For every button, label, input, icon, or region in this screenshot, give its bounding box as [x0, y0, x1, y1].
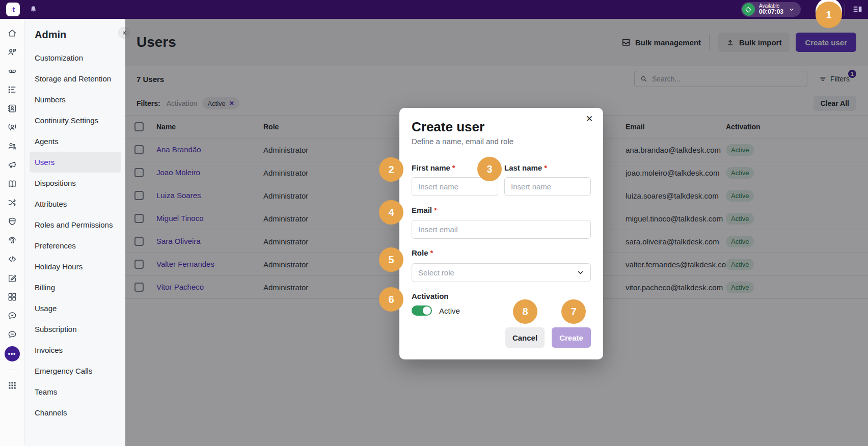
customization-icon[interactable] — [5, 45, 19, 59]
agents-icon[interactable] — [5, 120, 19, 134]
cancel-button[interactable]: Cancel — [505, 327, 545, 348]
required-asterisk: * — [434, 206, 437, 214]
role-select[interactable]: Select role — [412, 263, 591, 282]
status-timer: 00:07:03 — [759, 9, 783, 15]
activation-state: Active — [439, 306, 460, 315]
developer-icon[interactable] — [5, 252, 19, 266]
sidebar-menu: Customization Storage and Retention Numb… — [24, 47, 125, 423]
dispositions-icon[interactable] — [5, 158, 19, 172]
app-rail: ••• — [0, 19, 24, 446]
sidebar-item[interactable]: Numbers — [24, 89, 125, 110]
required-asterisk: * — [544, 163, 547, 172]
sidebar-item[interactable]: Subscription — [24, 319, 125, 340]
email-label: Email* — [412, 206, 591, 215]
modal-subtitle: Define a name, email and role — [412, 136, 591, 147]
sidebar-item[interactable]: Usage — [24, 298, 125, 319]
modal-footer: Cancel Create — [399, 327, 603, 348]
activation-label: Activation — [412, 292, 591, 301]
last-name-label: Last name* — [504, 163, 591, 173]
chevron-down-icon — [577, 269, 584, 276]
modal-title: Create user — [412, 119, 591, 134]
annotation-number-badge: 1 — [816, 2, 842, 28]
users-icon[interactable] — [5, 139, 19, 153]
sidebar-item[interactable]: Teams — [24, 381, 125, 402]
last-name-field[interactable] — [504, 177, 591, 196]
sidebar-item[interactable]: Roles and Permissions — [24, 214, 125, 235]
annotation-number-badge: 6 — [379, 287, 403, 312]
required-asterisk: * — [430, 248, 433, 257]
storage-icon[interactable] — [5, 64, 19, 78]
admin-sidebar: Admin Customization Storage and Retentio… — [24, 19, 125, 446]
sidebar-item[interactable]: Continuity Settings — [24, 110, 125, 131]
close-icon[interactable]: ✕ — [583, 112, 596, 125]
routing-icon[interactable] — [5, 196, 19, 210]
invoices-icon[interactable] — [5, 327, 19, 342]
annotation-number-badge: 3 — [477, 157, 502, 181]
subscription-icon[interactable] — [5, 309, 19, 323]
conversations-panel-icon[interactable] — [852, 4, 863, 15]
annotation-number-badge: 2 — [379, 157, 403, 182]
modal-header: Create user Define a name, email and rol… — [399, 108, 603, 154]
sidebar-item[interactable]: Billing — [24, 277, 125, 298]
sidebar-item[interactable]: Agents — [24, 131, 125, 152]
numbers-icon[interactable] — [5, 82, 19, 97]
modal-body: First name* Last name* Email* Role* Se — [399, 154, 603, 316]
role-label: Role* — [412, 248, 591, 258]
sidebar-item[interactable]: Preferences — [24, 235, 125, 256]
sidebar-item[interactable]: Emergency Calls — [24, 360, 125, 381]
annotation-number-badge: 8 — [513, 299, 537, 324]
usage-icon[interactable] — [5, 290, 19, 304]
more-apps-icon[interactable]: ••• — [5, 346, 20, 361]
sidebar-item[interactable]: Channels — [24, 402, 125, 423]
topbar: :t Available 00:07:03 — [0, 0, 868, 19]
annotation-number-badge: 7 — [561, 299, 586, 324]
app-launcher-icon[interactable] — [5, 378, 19, 393]
annotation-number-badge: 5 — [379, 247, 403, 272]
contacts-icon[interactable] — [5, 101, 19, 116]
activation-toggle[interactable] — [412, 305, 432, 316]
annotation-number-badge: 4 — [379, 200, 403, 225]
roles-permissions-icon[interactable] — [5, 214, 19, 229]
sidebar-item[interactable]: Users — [30, 152, 121, 173]
sidebar-item[interactable]: Dispositions — [24, 173, 125, 193]
notifications-bell-icon[interactable] — [29, 5, 38, 14]
sidebar-title: Admin — [24, 19, 125, 47]
status-available-icon — [742, 3, 755, 16]
status-chevron-down-icon[interactable] — [789, 7, 795, 13]
attributes-icon[interactable] — [5, 177, 19, 191]
talkdesk-logo[interactable]: :t — [6, 3, 20, 16]
agent-status-pill[interactable]: Available 00:07:03 — [741, 2, 801, 17]
sidebar-item[interactable]: Attributes — [24, 193, 125, 214]
home-icon[interactable] — [5, 26, 19, 40]
sidebar-item[interactable]: Holiday Hours — [24, 256, 125, 277]
required-asterisk: * — [452, 163, 455, 172]
email-field[interactable] — [412, 220, 591, 239]
topbar-divider — [845, 4, 845, 16]
create-button[interactable]: Create — [552, 327, 591, 348]
preferences-icon[interactable] — [5, 233, 19, 247]
billing-icon[interactable] — [5, 271, 19, 285]
rail-divider — [5, 370, 19, 370]
sidebar-item[interactable]: Customization — [24, 47, 125, 68]
sidebar-item[interactable]: Storage and Retention — [24, 68, 125, 89]
sidebar-item[interactable]: Invoices — [24, 340, 125, 360]
